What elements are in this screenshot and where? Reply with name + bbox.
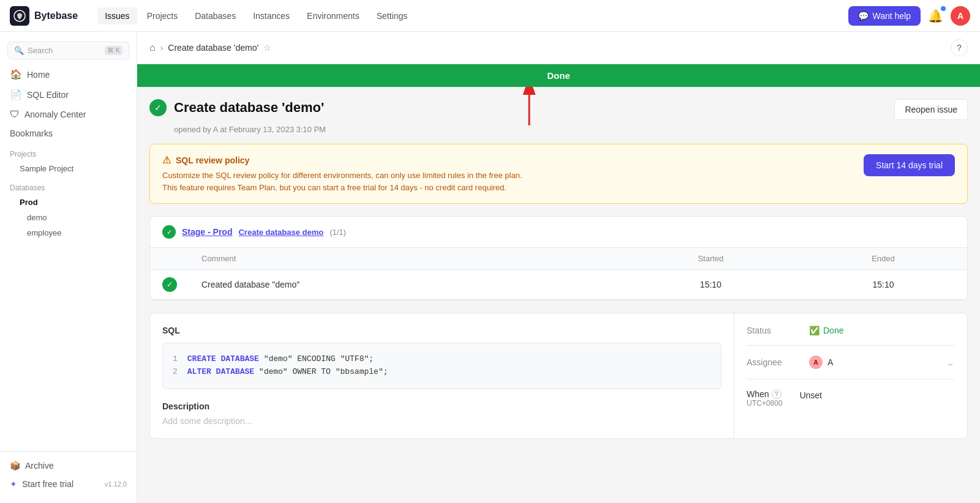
col-comment: Comment xyxy=(189,248,622,270)
avatar[interactable]: A xyxy=(951,6,970,26)
alert-box: ⚠ SQL review policy Customize the SQL re… xyxy=(149,144,968,204)
sidebar-section-databases: Databases xyxy=(0,176,137,195)
assignee-select-icon[interactable]: ⌄ xyxy=(946,356,955,369)
stage-sub-link[interactable]: Create database demo xyxy=(238,228,323,237)
row-ended: 15:10 xyxy=(799,270,967,300)
breadcrumb-current: Create database 'demo' xyxy=(168,43,258,53)
trial-button[interactable]: Start 14 days trial xyxy=(864,154,955,176)
when-row: When ? UTC+0800 Unset xyxy=(747,389,955,408)
status-value: ✅ Done xyxy=(809,326,843,335)
search-icon: 🔍 xyxy=(14,46,24,55)
when-value: Unset xyxy=(799,390,822,400)
col-started: Started xyxy=(622,248,799,270)
done-banner: Done xyxy=(137,64,980,87)
when-help-icon[interactable]: ? xyxy=(772,389,782,399)
bottom-section: SQL 1CREATE DATABASE "demo" ENCODING "UT… xyxy=(149,313,968,439)
bell-wrapper: 🔔 xyxy=(928,9,943,23)
issue-meta: opened by A at February 13, 2023 3:10 PM xyxy=(174,125,968,134)
nav-settings[interactable]: Settings xyxy=(369,7,415,24)
reopen-button[interactable]: Reopen issue xyxy=(894,99,968,120)
col-status xyxy=(150,248,189,270)
table-row: ✓ Created database "demo" 15:10 15:10 xyxy=(150,270,967,300)
sidebar-item-start-free[interactable]: ✦ Start free trial v1.12.0 xyxy=(0,475,137,493)
when-timezone: UTC+0800 xyxy=(747,399,782,408)
nav-projects[interactable]: Projects xyxy=(140,7,186,24)
sql-editor-icon: 📄 xyxy=(10,89,22,100)
breadcrumb: ⌂ › Create database 'demo' ☆ ? xyxy=(137,32,980,64)
alert-text-line2: This feature requires Team Plan, but you… xyxy=(162,182,854,194)
row-comment: Created database "demo" xyxy=(189,270,622,300)
star-button[interactable]: ☆ xyxy=(263,43,271,53)
issue-table: Comment Started Ended ✓ Created database… xyxy=(150,248,967,300)
sidebar: 🔍 Search ⌘ K 🏠 Home 📄 SQL Editor 🛡 Anoma… xyxy=(0,32,137,503)
shield-icon: 🛡 xyxy=(10,109,20,120)
logo-text: Bytebase xyxy=(34,10,78,21)
issue-title: Create database 'demo' xyxy=(174,100,324,116)
main-content: ⌂ › Create database 'demo' ☆ ? Done ✓ Cr… xyxy=(137,32,980,503)
sidebar-item-demo[interactable]: demo xyxy=(0,210,137,225)
nav-links: Issues Projects Databases Instances Envi… xyxy=(97,7,415,24)
star-icon: ✦ xyxy=(10,479,17,489)
sidebar-meta-panel: Status ✅ Done Assignee A A ⌄ xyxy=(734,313,967,438)
nav-environments[interactable]: Environments xyxy=(300,7,367,24)
line-num-1: 1 xyxy=(173,354,178,363)
sidebar-item-bookmarks[interactable]: Bookmarks xyxy=(0,124,137,143)
row-started: 15:10 xyxy=(622,270,799,300)
red-arrow-svg xyxy=(492,87,566,132)
breadcrumb-separator: › xyxy=(160,43,164,53)
home-breadcrumb[interactable]: ⌂ xyxy=(149,42,156,53)
want-help-button[interactable]: 💬 Want help xyxy=(848,6,921,26)
sidebar-item-home[interactable]: 🏠 Home xyxy=(0,64,137,84)
bell-badge xyxy=(941,6,946,11)
sidebar-item-sample-project[interactable]: Sample Project xyxy=(0,161,137,176)
home-icon: 🏠 xyxy=(10,69,22,80)
description-placeholder[interactable]: Add some description... xyxy=(162,416,722,426)
sidebar-section-projects: Projects xyxy=(0,143,137,161)
stage-check-icon: ✓ xyxy=(162,225,176,239)
bell-icon[interactable]: 🔔 xyxy=(928,9,943,23)
issue-title-row: ✓ Create database 'demo' xyxy=(149,99,324,116)
sidebar-item-sql-editor[interactable]: 📄 SQL Editor xyxy=(0,84,137,105)
help-button[interactable]: ? xyxy=(951,39,968,56)
chat-icon: 💬 xyxy=(858,11,869,21)
logo: Bytebase xyxy=(10,6,78,26)
sidebar-item-prod[interactable]: Prod xyxy=(0,195,137,210)
sidebar-bottom: 📦 Archive ✦ Start free trial v1.12.0 xyxy=(0,451,137,498)
sidebar-item-archive[interactable]: 📦 Archive xyxy=(0,456,137,475)
row-status-icon: ✓ xyxy=(150,270,189,300)
meta-divider-2 xyxy=(747,379,955,379)
search-input[interactable]: 🔍 Search ⌘ K xyxy=(7,42,129,59)
logo-icon xyxy=(10,6,29,26)
top-nav: Bytebase Issues Projects Databases Insta… xyxy=(0,0,980,32)
version-label: v1.12.0 xyxy=(105,480,127,488)
nav-right: 💬 Want help 🔔 A xyxy=(848,6,970,26)
alert-title: ⚠ SQL review policy xyxy=(162,154,854,166)
sql-code-block: 1CREATE DATABASE "demo" ENCODING "UTF8";… xyxy=(162,343,722,389)
sql-line-2: 2ALTER DATABASE "demo" OWNER TO "bbsampl… xyxy=(173,366,711,379)
sidebar-item-employee[interactable]: employee xyxy=(0,225,137,240)
nav-instances[interactable]: Instances xyxy=(246,7,297,24)
stage-count: (1/1) xyxy=(330,228,346,237)
done-check-icon: ✓ xyxy=(149,99,167,116)
assignee-avatar: A xyxy=(809,356,823,369)
sql-label: SQL xyxy=(162,326,722,335)
nav-databases[interactable]: Databases xyxy=(187,7,243,24)
table-body: ✓ Created database "demo" 15:10 15:10 xyxy=(150,270,967,300)
description-label: Description xyxy=(162,401,722,411)
status-label: Status xyxy=(747,326,802,335)
stage-section: ✓ Stage - Prod Create database demo (1/1… xyxy=(149,216,968,300)
nav-issues[interactable]: Issues xyxy=(97,7,137,24)
row-check-icon: ✓ xyxy=(162,277,177,292)
status-check-icon: ✅ xyxy=(809,326,820,335)
assignee-label: Assignee xyxy=(747,357,802,367)
stage-name[interactable]: Stage - Prod xyxy=(182,227,232,237)
line-num-2: 2 xyxy=(173,367,178,376)
meta-divider-1 xyxy=(747,345,955,346)
body: 🔍 Search ⌘ K 🏠 Home 📄 SQL Editor 🛡 Anoma… xyxy=(0,32,980,503)
sidebar-item-anomaly-center[interactable]: 🛡 Anomaly Center xyxy=(0,105,137,124)
when-label: When ? xyxy=(747,389,782,399)
status-row: Status ✅ Done xyxy=(747,326,955,335)
search-shortcut: ⌘ K xyxy=(105,46,123,55)
alert-text-line1: Customize the SQL review policy for diff… xyxy=(162,170,854,182)
content-area: ✓ Create database 'demo' Reopen issue op… xyxy=(137,87,980,503)
